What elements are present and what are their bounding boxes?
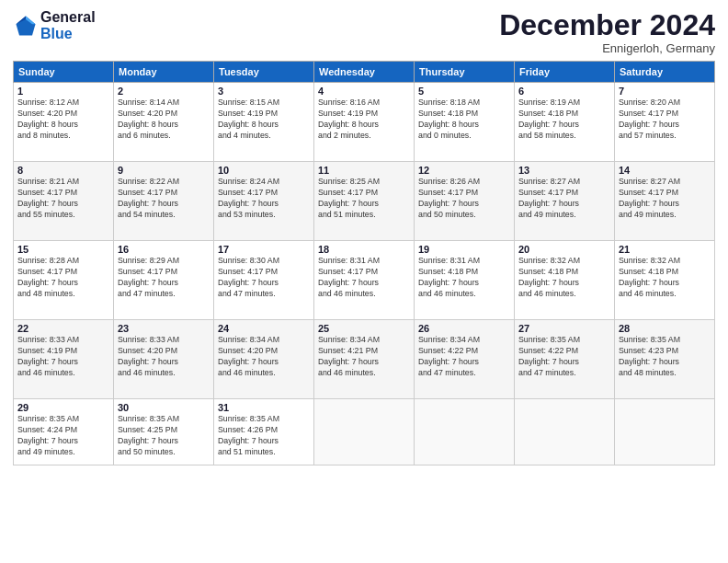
location: Ennigerloh, Germany (499, 41, 715, 55)
table-row: 26Sunrise: 8:34 AMSunset: 4:22 PMDayligh… (415, 320, 515, 399)
day-number: 29 (17, 402, 109, 413)
logo-icon (13, 13, 39, 39)
table-row: 24Sunrise: 8:34 AMSunset: 4:20 PMDayligh… (214, 320, 314, 399)
table-row: 14Sunrise: 8:27 AMSunset: 4:17 PMDayligh… (615, 162, 715, 241)
day-number: 27 (518, 323, 610, 334)
col-thursday: Thursday (415, 62, 515, 83)
day-detail: Sunrise: 8:35 AMSunset: 4:24 PMDaylight:… (17, 414, 109, 458)
header: General Blue December 2024 Ennigerloh, G… (13, 9, 715, 55)
page: General Blue December 2024 Ennigerloh, G… (0, 0, 728, 563)
table-row: 21Sunrise: 8:32 AMSunset: 4:18 PMDayligh… (615, 241, 715, 320)
day-number: 2 (118, 86, 210, 97)
day-detail: Sunrise: 8:28 AMSunset: 4:17 PMDaylight:… (17, 256, 109, 300)
day-detail: Sunrise: 8:29 AMSunset: 4:17 PMDaylight:… (118, 256, 210, 300)
day-detail: Sunrise: 8:33 AMSunset: 4:19 PMDaylight:… (17, 335, 109, 379)
day-number: 1 (17, 86, 109, 97)
day-number: 18 (318, 244, 410, 255)
logo: General Blue (13, 9, 96, 42)
day-number: 21 (619, 244, 711, 255)
table-row: 12Sunrise: 8:26 AMSunset: 4:17 PMDayligh… (415, 162, 515, 241)
day-detail: Sunrise: 8:22 AMSunset: 4:17 PMDaylight:… (118, 177, 210, 221)
table-row (314, 399, 415, 465)
day-number: 26 (418, 323, 510, 334)
col-monday: Monday (114, 62, 214, 83)
col-wednesday: Wednesday (314, 62, 415, 83)
table-row: 7Sunrise: 8:20 AMSunset: 4:17 PMDaylight… (615, 83, 715, 162)
day-detail: Sunrise: 8:35 AMSunset: 4:23 PMDaylight:… (619, 335, 711, 379)
day-number: 8 (17, 165, 109, 176)
table-row: 28Sunrise: 8:35 AMSunset: 4:23 PMDayligh… (615, 320, 715, 399)
day-detail: Sunrise: 8:30 AMSunset: 4:17 PMDaylight:… (218, 256, 310, 300)
day-number: 4 (318, 86, 410, 97)
day-detail: Sunrise: 8:31 AMSunset: 4:17 PMDaylight:… (318, 256, 410, 300)
day-number: 12 (418, 165, 510, 176)
table-row: 22Sunrise: 8:33 AMSunset: 4:19 PMDayligh… (14, 320, 114, 399)
table-row: 15Sunrise: 8:28 AMSunset: 4:17 PMDayligh… (14, 241, 114, 320)
day-number: 20 (518, 244, 610, 255)
table-row: 27Sunrise: 8:35 AMSunset: 4:22 PMDayligh… (515, 320, 615, 399)
table-row: 8Sunrise: 8:21 AMSunset: 4:17 PMDaylight… (14, 162, 114, 241)
day-detail: Sunrise: 8:31 AMSunset: 4:18 PMDaylight:… (418, 256, 510, 300)
day-detail: Sunrise: 8:35 AMSunset: 4:26 PMDaylight:… (218, 414, 310, 458)
table-row: 31Sunrise: 8:35 AMSunset: 4:26 PMDayligh… (214, 399, 314, 465)
table-row: 16Sunrise: 8:29 AMSunset: 4:17 PMDayligh… (114, 241, 214, 320)
day-number: 5 (418, 86, 510, 97)
day-number: 14 (619, 165, 711, 176)
calendar-table: Sunday Monday Tuesday Wednesday Thursday… (13, 61, 715, 465)
day-detail: Sunrise: 8:18 AMSunset: 4:18 PMDaylight:… (418, 98, 510, 142)
day-detail: Sunrise: 8:35 AMSunset: 4:22 PMDaylight:… (518, 335, 610, 379)
day-number: 10 (218, 165, 310, 176)
calendar-header-row: Sunday Monday Tuesday Wednesday Thursday… (14, 62, 715, 83)
day-detail: Sunrise: 8:34 AMSunset: 4:21 PMDaylight:… (318, 335, 410, 379)
day-detail: Sunrise: 8:12 AMSunset: 4:20 PMDaylight:… (17, 98, 109, 142)
col-tuesday: Tuesday (214, 62, 314, 83)
table-row: 2Sunrise: 8:14 AMSunset: 4:20 PMDaylight… (114, 83, 214, 162)
day-detail: Sunrise: 8:15 AMSunset: 4:19 PMDaylight:… (218, 98, 310, 142)
day-number: 28 (619, 323, 711, 334)
table-row: 11Sunrise: 8:25 AMSunset: 4:17 PMDayligh… (314, 162, 415, 241)
month-title: December 2024 (499, 9, 715, 41)
day-detail: Sunrise: 8:32 AMSunset: 4:18 PMDaylight:… (518, 256, 610, 300)
table-row: 9Sunrise: 8:22 AMSunset: 4:17 PMDaylight… (114, 162, 214, 241)
table-row (515, 399, 615, 465)
day-number: 30 (118, 402, 210, 413)
table-row: 25Sunrise: 8:34 AMSunset: 4:21 PMDayligh… (314, 320, 415, 399)
day-number: 25 (318, 323, 410, 334)
day-number: 13 (518, 165, 610, 176)
day-number: 7 (619, 86, 711, 97)
day-detail: Sunrise: 8:24 AMSunset: 4:17 PMDaylight:… (218, 177, 310, 221)
day-detail: Sunrise: 8:33 AMSunset: 4:20 PMDaylight:… (118, 335, 210, 379)
day-number: 15 (17, 244, 109, 255)
table-row: 30Sunrise: 8:35 AMSunset: 4:25 PMDayligh… (114, 399, 214, 465)
day-number: 17 (218, 244, 310, 255)
day-detail: Sunrise: 8:27 AMSunset: 4:17 PMDaylight:… (619, 177, 711, 221)
table-row: 5Sunrise: 8:18 AMSunset: 4:18 PMDaylight… (415, 83, 515, 162)
table-row: 1Sunrise: 8:12 AMSunset: 4:20 PMDaylight… (14, 83, 114, 162)
day-number: 22 (17, 323, 109, 334)
table-row (415, 399, 515, 465)
day-number: 3 (218, 86, 310, 97)
table-row (615, 399, 715, 465)
day-number: 23 (118, 323, 210, 334)
title-block: December 2024 Ennigerloh, Germany (499, 9, 715, 55)
day-number: 19 (418, 244, 510, 255)
table-row: 6Sunrise: 8:19 AMSunset: 4:18 PMDaylight… (515, 83, 615, 162)
col-sunday: Sunday (14, 62, 114, 83)
table-row: 29Sunrise: 8:35 AMSunset: 4:24 PMDayligh… (14, 399, 114, 465)
table-row: 23Sunrise: 8:33 AMSunset: 4:20 PMDayligh… (114, 320, 214, 399)
day-detail: Sunrise: 8:32 AMSunset: 4:18 PMDaylight:… (619, 256, 711, 300)
logo-text: General Blue (40, 9, 96, 42)
day-detail: Sunrise: 8:20 AMSunset: 4:17 PMDaylight:… (619, 98, 711, 142)
table-row: 3Sunrise: 8:15 AMSunset: 4:19 PMDaylight… (214, 83, 314, 162)
table-row: 17Sunrise: 8:30 AMSunset: 4:17 PMDayligh… (214, 241, 314, 320)
table-row: 19Sunrise: 8:31 AMSunset: 4:18 PMDayligh… (415, 241, 515, 320)
day-detail: Sunrise: 8:27 AMSunset: 4:17 PMDaylight:… (518, 177, 610, 221)
day-detail: Sunrise: 8:16 AMSunset: 4:19 PMDaylight:… (318, 98, 410, 142)
table-row: 10Sunrise: 8:24 AMSunset: 4:17 PMDayligh… (214, 162, 314, 241)
col-saturday: Saturday (615, 62, 715, 83)
day-number: 9 (118, 165, 210, 176)
day-detail: Sunrise: 8:25 AMSunset: 4:17 PMDaylight:… (318, 177, 410, 221)
day-detail: Sunrise: 8:34 AMSunset: 4:20 PMDaylight:… (218, 335, 310, 379)
day-number: 16 (118, 244, 210, 255)
day-number: 24 (218, 323, 310, 334)
